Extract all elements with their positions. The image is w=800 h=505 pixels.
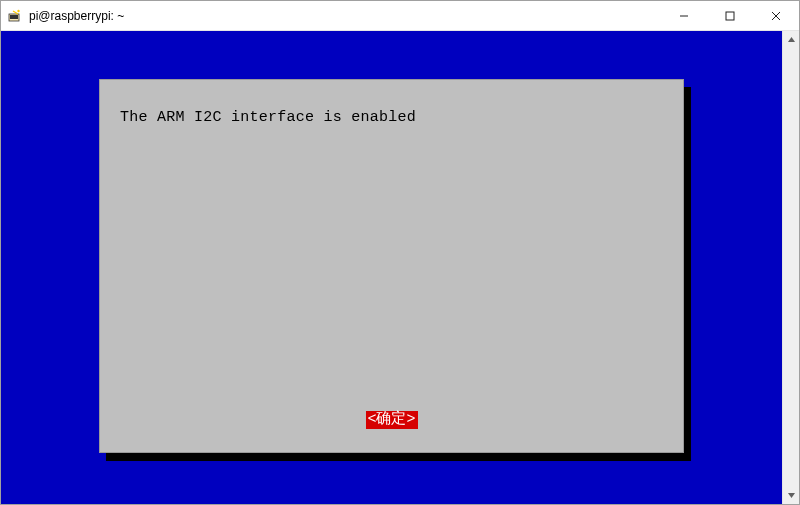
svg-rect-5 xyxy=(726,12,734,20)
ok-button[interactable]: <确定> xyxy=(365,411,417,429)
window-title: pi@raspberrypi: ~ xyxy=(29,9,661,23)
svg-line-2 xyxy=(13,11,18,14)
minimize-button[interactable] xyxy=(661,1,707,30)
maximize-button[interactable] xyxy=(707,1,753,30)
svg-marker-9 xyxy=(788,493,795,498)
config-dialog: The ARM I2C interface is enabled <确定> xyxy=(99,79,684,453)
vertical-scrollbar[interactable] xyxy=(782,31,799,504)
close-button[interactable] xyxy=(753,1,799,30)
window-controls xyxy=(661,1,799,30)
terminal[interactable]: The ARM I2C interface is enabled <确定> xyxy=(1,31,782,504)
scroll-down-arrow[interactable] xyxy=(783,487,800,504)
putty-window: pi@raspberrypi: ~ The ARM I2C interface … xyxy=(0,0,800,505)
svg-marker-8 xyxy=(788,37,795,42)
putty-icon xyxy=(7,8,23,24)
dialog-message: The ARM I2C interface is enabled xyxy=(120,109,416,126)
scroll-up-arrow[interactable] xyxy=(783,31,800,48)
svg-point-3 xyxy=(17,9,19,11)
svg-rect-1 xyxy=(10,15,18,19)
client-area: The ARM I2C interface is enabled <确定> xyxy=(1,31,799,504)
titlebar[interactable]: pi@raspberrypi: ~ xyxy=(1,1,799,31)
